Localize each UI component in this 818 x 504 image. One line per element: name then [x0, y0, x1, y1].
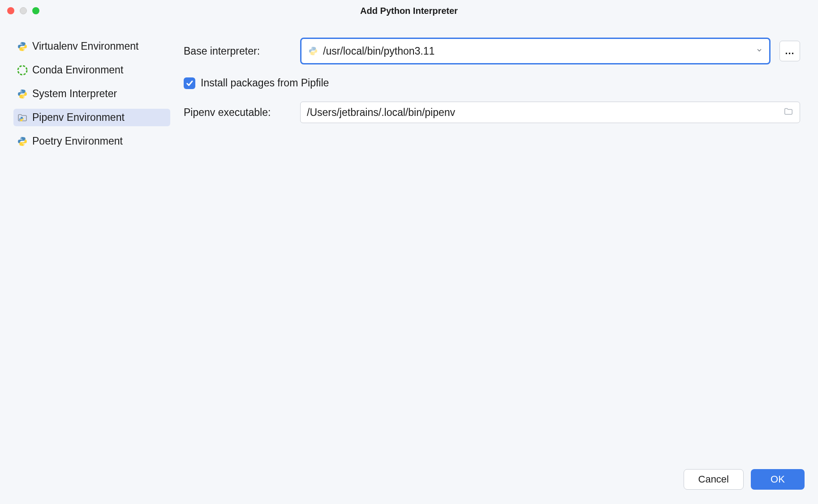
python-icon: [308, 46, 319, 56]
install-packages-checkbox[interactable]: [184, 77, 195, 89]
sidebar-item-label: System Interpreter: [32, 88, 117, 100]
conda-icon: [17, 65, 28, 76]
install-packages-row: Install packages from Pipfile: [184, 77, 800, 89]
content-area: Virtualenv Environment Conda Environment…: [0, 21, 818, 464]
python-icon: [17, 136, 28, 147]
sidebar-item-conda[interactable]: Conda Environment: [13, 61, 170, 79]
sidebar-item-virtualenv[interactable]: Virtualenv Environment: [13, 38, 170, 55]
folder-icon[interactable]: [784, 107, 793, 118]
window-maximize-button[interactable]: [32, 7, 39, 14]
main-panel: Base interpreter: /usr/local/bin/python3…: [175, 21, 818, 464]
pipenv-executable-value: /Users/jetbrains/.local/bin/pipenv: [307, 107, 779, 119]
install-packages-label: Install packages from Pipfile: [201, 77, 329, 89]
python-icon: [17, 41, 28, 52]
traffic-lights: [7, 7, 39, 14]
base-interpreter-row: Base interpreter: /usr/local/bin/python3…: [184, 38, 800, 64]
cancel-button[interactable]: Cancel: [684, 469, 744, 490]
svg-point-0: [18, 66, 27, 75]
sidebar-item-label: Virtualenv Environment: [32, 40, 138, 52]
sidebar-item-pipenv[interactable]: Pipenv Environment: [13, 109, 170, 126]
pipenv-executable-input[interactable]: /Users/jetbrains/.local/bin/pipenv: [300, 102, 800, 123]
python-icon: [17, 89, 28, 99]
base-interpreter-browse-button[interactable]: …: [779, 41, 800, 61]
window-title: Add Python Interpreter: [360, 6, 458, 16]
titlebar: Add Python Interpreter: [0, 0, 818, 21]
ok-button[interactable]: OK: [751, 469, 805, 490]
sidebar-item-poetry[interactable]: Poetry Environment: [13, 132, 170, 150]
sidebar: Virtualenv Environment Conda Environment…: [0, 21, 175, 464]
sidebar-item-label: Poetry Environment: [32, 135, 123, 147]
window-minimize-button[interactable]: [20, 7, 27, 14]
sidebar-item-label: Conda Environment: [32, 64, 123, 76]
footer: Cancel OK: [0, 464, 818, 504]
window-close-button[interactable]: [7, 7, 14, 14]
chevron-down-icon: [756, 47, 763, 56]
pipenv-executable-label: Pipenv executable:: [184, 107, 291, 119]
pipenv-folder-icon: [17, 112, 28, 123]
pipenv-executable-row: Pipenv executable: /Users/jetbrains/.loc…: [184, 102, 800, 123]
base-interpreter-dropdown[interactable]: /usr/local/bin/python3.11: [300, 38, 771, 64]
base-interpreter-value: /usr/local/bin/python3.11: [323, 45, 751, 57]
sidebar-item-system[interactable]: System Interpreter: [13, 85, 170, 103]
base-interpreter-label: Base interpreter:: [184, 45, 291, 57]
sidebar-item-label: Pipenv Environment: [32, 111, 125, 124]
